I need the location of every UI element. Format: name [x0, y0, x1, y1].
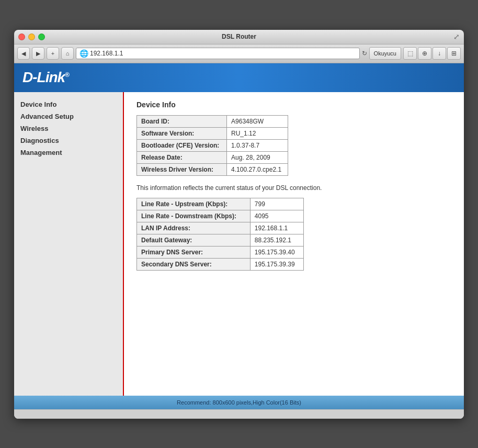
- table-row: Software Version: RU_1.12: [137, 127, 288, 139]
- label-release-date: Release Date:: [137, 151, 227, 163]
- toolbar-right-buttons: ⬚ ⊕ ↓ ⊞: [403, 47, 461, 60]
- sidebar-item-device-info[interactable]: Device Info: [20, 100, 117, 108]
- info-note: This information reflects the current st…: [136, 184, 451, 192]
- new-tab-button[interactable]: +: [47, 47, 59, 60]
- table-row: LAN IP Address: 192.168.1.1: [137, 222, 304, 234]
- table-row: Line Rate - Upstream (Kbps): 799: [137, 198, 304, 210]
- sidebar-item-advanced-setup[interactable]: Advanced Setup: [20, 113, 117, 120]
- window-title: DSL Router: [222, 33, 256, 40]
- bookmark-button[interactable]: ⊕: [418, 47, 431, 60]
- value-board-id: A96348GW: [227, 115, 288, 127]
- connection-table: Line Rate - Upstream (Kbps): 799 Line Ra…: [136, 198, 304, 271]
- label-lan-ip: LAN IP Address:: [137, 222, 251, 234]
- value-wireless-driver: 4.100.27.0.cpe2.1: [227, 163, 288, 175]
- table-row: Bootloader (CFE) Version: 1.0.37-8.7: [137, 139, 288, 151]
- dlink-header: D-Link®: [14, 63, 464, 92]
- table-row: Board ID: A96348GW: [137, 115, 288, 127]
- table-row: Secondary DNS Server: 195.175.39.39: [137, 258, 304, 270]
- grid-button[interactable]: ⊞: [447, 47, 461, 60]
- okuyucu-button[interactable]: Okuyucu: [369, 47, 401, 60]
- back-button[interactable]: ◀: [17, 47, 30, 60]
- device-info-table: Board ID: A96348GW Software Version: RU_…: [136, 115, 288, 176]
- value-secondary-dns: 195.175.39.39: [250, 258, 303, 270]
- label-bootloader: Bootloader (CFE) Version:: [137, 139, 227, 151]
- forward-button[interactable]: ▶: [32, 47, 44, 60]
- table-row: Default Gateway: 88.235.192.1: [137, 234, 304, 246]
- value-downstream: 4095: [250, 210, 303, 222]
- section-title: Device Info: [136, 100, 451, 109]
- footer: Recommend: 800x600 pixels,High Color(16 …: [14, 396, 464, 409]
- value-bootloader: 1.0.37-8.7: [227, 139, 288, 151]
- value-lan-ip: 192.168.1.1: [250, 222, 303, 234]
- status-bar: [14, 409, 464, 419]
- window-controls: [18, 33, 45, 40]
- footer-text: Recommend: 800x600 pixels,High Color(16 …: [177, 399, 301, 406]
- sidebar: Device Info Advanced Setup Wireless Diag…: [14, 92, 124, 396]
- dlink-logo-text: D-Link: [22, 69, 65, 85]
- title-bar: DSL Router ⤢: [14, 30, 464, 44]
- table-row: Line Rate - Downstream (Kbps): 4095: [137, 210, 304, 222]
- label-primary-dns: Primary DNS Server:: [137, 246, 251, 258]
- address-bar[interactable]: 🌐: [76, 48, 360, 59]
- share-button[interactable]: ⬚: [403, 47, 417, 60]
- toolbar: ◀ ▶ + ⌂ 🌐 ↻ Okuyucu ⬚ ⊕ ↓ ⊞: [14, 44, 464, 63]
- label-software-version: Software Version:: [137, 127, 227, 139]
- table-row: Primary DNS Server: 195.175.39.40: [137, 246, 304, 258]
- value-release-date: Aug. 28, 2009: [227, 151, 288, 163]
- expand-icon[interactable]: ⤢: [453, 32, 460, 41]
- sidebar-item-management[interactable]: Management: [20, 149, 117, 156]
- home-button[interactable]: ⌂: [61, 47, 74, 60]
- sidebar-item-wireless[interactable]: Wireless: [20, 125, 117, 132]
- label-default-gateway: Default Gateway:: [137, 234, 251, 246]
- label-board-id: Board ID:: [137, 115, 227, 127]
- table-row: Release Date: Aug. 28, 2009: [137, 151, 288, 163]
- label-wireless-driver: Wireless Driver Version:: [137, 163, 227, 175]
- value-upstream: 799: [250, 198, 303, 210]
- minimize-button[interactable]: [28, 33, 35, 40]
- sidebar-item-diagnostics[interactable]: Diagnostics: [20, 137, 117, 144]
- value-primary-dns: 195.175.39.40: [250, 246, 303, 258]
- browser-content: D-Link® Device Info Advanced Setup Wirel…: [14, 63, 464, 419]
- globe-icon: 🌐: [79, 49, 88, 58]
- close-button[interactable]: [18, 33, 25, 40]
- refresh-button[interactable]: ↻: [362, 50, 367, 57]
- download-button[interactable]: ↓: [433, 47, 446, 60]
- label-downstream: Line Rate - Downstream (Kbps):: [137, 210, 251, 222]
- main-content: Device Info Board ID: A96348GW Software …: [124, 92, 464, 396]
- browser-window: DSL Router ⤢ ◀ ▶ + ⌂ 🌐 ↻ Okuyucu ⬚ ⊕ ↓ ⊞…: [14, 30, 464, 419]
- value-software-version: RU_1.12: [227, 127, 288, 139]
- address-input[interactable]: [90, 50, 356, 57]
- dlink-logo-reg: ®: [65, 71, 69, 79]
- value-default-gateway: 88.235.192.1: [250, 234, 303, 246]
- table-row: Wireless Driver Version: 4.100.27.0.cpe2…: [137, 163, 288, 175]
- dlink-logo: D-Link®: [22, 69, 69, 86]
- label-secondary-dns: Secondary DNS Server:: [137, 258, 251, 270]
- maximize-button[interactable]: [38, 33, 45, 40]
- label-upstream: Line Rate - Upstream (Kbps):: [137, 198, 251, 210]
- page-body: Device Info Advanced Setup Wireless Diag…: [14, 92, 464, 396]
